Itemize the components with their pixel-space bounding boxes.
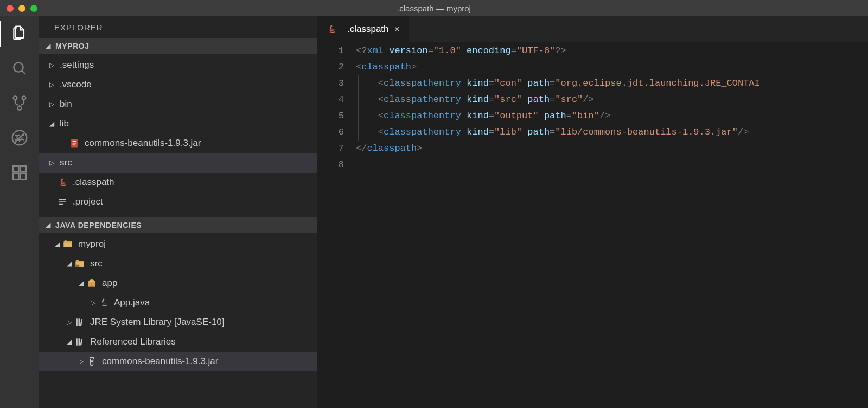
- tree-java-deps: ◢myproj◢src◢app▷App.java▷JRE System Libr…: [39, 233, 317, 377]
- tree-item[interactable]: ▷commons-beanutils-1.9.3.jar: [39, 352, 317, 371]
- svg-point-3: [22, 96, 26, 100]
- code-line: <classpathentry kind="output" path="bin"…: [356, 108, 868, 124]
- line-number: 8: [317, 157, 344, 173]
- tree-item-label: myproj: [78, 239, 106, 250]
- section-header-project[interactable]: ◢ MYPROJ: [39, 38, 317, 54]
- tree-item[interactable]: ▷commons-beanutils-1.9.3.jar: [39, 133, 317, 153]
- tree-item-label: app: [102, 278, 117, 289]
- svg-rect-23: [76, 318, 78, 326]
- svg-rect-20: [76, 265, 80, 267]
- line-number: 6: [317, 124, 344, 141]
- line-number: 1: [317, 43, 344, 59]
- code-line: [356, 157, 868, 173]
- extensions-activity-icon[interactable]: [10, 163, 29, 182]
- source-control-activity-icon[interactable]: [10, 93, 29, 113]
- package-icon: [86, 277, 98, 289]
- editor[interactable]: 12345678 <?xml version="1.0" encoding="U…: [317, 42, 868, 408]
- svg-rect-8: [13, 173, 19, 179]
- tree-item-label: .project: [73, 196, 103, 207]
- maximize-window-button[interactable]: [30, 5, 37, 12]
- tab-classpath[interactable]: .classpath ×: [317, 16, 409, 42]
- close-window-button[interactable]: [7, 5, 14, 12]
- tab-label: .classpath: [347, 24, 389, 35]
- tree-item[interactable]: ▷src: [39, 153, 317, 173]
- tree-item[interactable]: ▷bin: [39, 94, 317, 114]
- svg-point-0: [14, 62, 23, 72]
- tree-item-label: commons-beanutils-1.9.3.jar: [102, 356, 218, 367]
- java-file-icon: [326, 23, 337, 35]
- debug-disabled-activity-icon[interactable]: [10, 128, 29, 148]
- code-content[interactable]: <?xml version="1.0" encoding="UTF-8"?><c…: [356, 42, 868, 408]
- jar-light-icon: [86, 355, 98, 367]
- chevron-right-icon: ▷: [88, 299, 98, 307]
- chevron-down-icon: ◢: [43, 221, 53, 229]
- line-number: 7: [317, 141, 344, 157]
- svg-rect-13: [73, 143, 76, 143]
- svg-rect-24: [79, 318, 80, 326]
- tree-item[interactable]: ▷.classpath: [39, 173, 317, 192]
- code-line: <classpathentry kind="lib" path="lib/com…: [356, 124, 868, 141]
- svg-rect-10: [20, 166, 26, 172]
- java-file-icon: [56, 176, 68, 188]
- svg-rect-28: [80, 339, 83, 346]
- tree-item-label: JRE System Library [JavaSE-10]: [90, 317, 225, 328]
- tree-item[interactable]: ◢app: [39, 273, 317, 293]
- tree-item-label: .vscode: [60, 79, 92, 90]
- line-number: 4: [317, 92, 344, 108]
- svg-rect-25: [80, 319, 83, 326]
- tree-item[interactable]: ▷.project: [39, 192, 317, 212]
- tree-item[interactable]: ▷JRE System Library [JavaSE-10]: [39, 313, 317, 332]
- tree-item[interactable]: ◢myproj: [39, 234, 317, 254]
- line-number-gutter: 12345678: [317, 42, 356, 408]
- explorer-activity-icon[interactable]: [10, 24, 29, 43]
- search-activity-icon[interactable]: [10, 59, 29, 78]
- project-icon: [62, 238, 74, 250]
- chevron-down-icon: ◢: [47, 120, 56, 127]
- svg-rect-29: [91, 360, 93, 362]
- svg-line-1: [22, 71, 25, 74]
- chevron-down-icon: ◢: [52, 240, 62, 248]
- tree-item[interactable]: ◢lib: [39, 114, 317, 133]
- tree-item-label: src: [60, 157, 72, 168]
- section-header-label: MYPROJ: [55, 42, 90, 50]
- line-number: 5: [317, 108, 344, 124]
- code-line: <classpathentry kind="con" path="org.ecl…: [356, 75, 868, 92]
- svg-rect-18: [64, 243, 72, 247]
- code-line: <classpathentry kind="src" path="src"/>: [356, 92, 868, 108]
- tree-item-label: .classpath: [73, 177, 114, 188]
- svg-rect-7: [13, 166, 19, 172]
- tree-item-label: bin: [60, 99, 72, 110]
- titlebar: .classpath — myproj: [0, 0, 868, 16]
- minimize-window-button[interactable]: [18, 5, 25, 12]
- window-title: .classpath — myproj: [397, 4, 471, 13]
- line-number: 2: [317, 59, 344, 75]
- tree-item[interactable]: ▷.vscode: [39, 75, 317, 94]
- tree-item-label: .settings: [60, 60, 94, 71]
- line-number: 3: [317, 75, 344, 92]
- tree-item[interactable]: ◢Referenced Libraries: [39, 332, 317, 352]
- svg-rect-12: [73, 141, 76, 142]
- svg-rect-26: [76, 338, 78, 345]
- tree-project: ▷.settings▷.vscode▷bin◢lib▷commons-beanu…: [39, 54, 317, 217]
- section-header-java-deps[interactable]: ◢ JAVA DEPENDENCIES: [39, 217, 317, 233]
- code-line: <classpath>: [356, 59, 868, 75]
- lines-file-icon: [56, 196, 68, 208]
- tree-item-label: src: [90, 258, 103, 269]
- svg-point-2: [14, 96, 17, 100]
- window-controls: [0, 5, 37, 12]
- tree-item[interactable]: ▷.settings: [39, 55, 317, 75]
- java-file-light-icon: [98, 297, 110, 309]
- sidebar-title: EXPLORER: [39, 16, 317, 38]
- tree-item[interactable]: ◢src: [39, 254, 317, 273]
- code-line: <?xml version="1.0" encoding="UTF-8"?>: [356, 43, 868, 59]
- chevron-right-icon: ▷: [47, 100, 56, 108]
- tree-item[interactable]: ▷App.java: [39, 293, 317, 313]
- sidebar: EXPLORER ◢ MYPROJ ▷.settings▷.vscode▷bin…: [39, 16, 317, 408]
- svg-rect-9: [20, 173, 26, 179]
- activity-bar: [0, 16, 39, 408]
- close-tab-icon[interactable]: ×: [394, 24, 400, 35]
- section-header-label: JAVA DEPENDENCIES: [55, 221, 142, 229]
- chevron-down-icon: ◢: [64, 338, 74, 346]
- editor-area: .classpath × 12345678 <?xml version="1.0…: [317, 16, 868, 408]
- tree-item-label: commons-beanutils-1.9.3.jar: [85, 138, 201, 149]
